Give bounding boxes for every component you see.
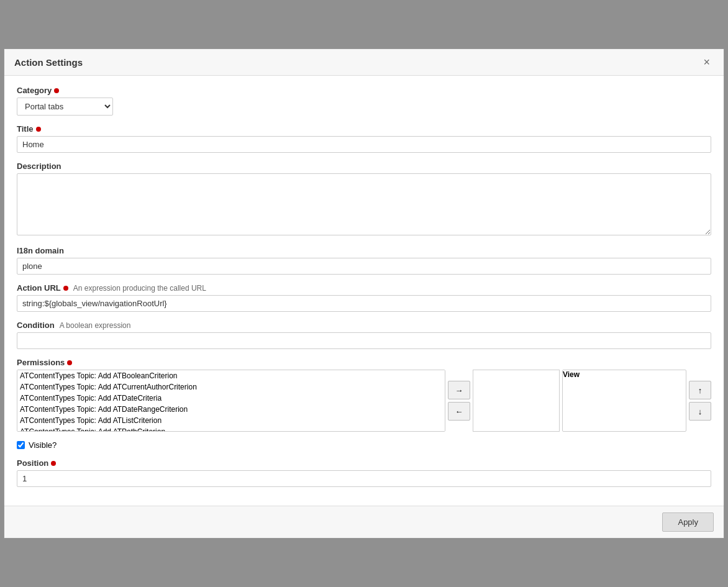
action-url-required-dot [63, 286, 68, 291]
i18n-group: I18n domain [17, 246, 711, 275]
title-label: Title [17, 124, 711, 134]
close-button[interactable]: × [699, 55, 714, 69]
dialog-header: Action Settings × [4, 49, 724, 76]
category-select[interactable]: Portal tabs [17, 98, 113, 116]
condition-hint: A boolean expression [60, 321, 131, 330]
dialog-body: Category Portal tabs Title Description [4, 76, 724, 506]
title-required-dot [36, 127, 41, 132]
i18n-input[interactable] [17, 258, 711, 275]
permissions-view-list[interactable]: View [562, 370, 686, 432]
apply-button[interactable]: Apply [662, 512, 714, 532]
visible-group: Visible? [17, 440, 711, 450]
permissions-reorder-arrows: ↑ ↓ [689, 370, 711, 432]
description-textarea[interactable] [17, 173, 711, 235]
condition-input[interactable] [17, 332, 711, 349]
action-url-hint: An expression producing the called URL [73, 284, 206, 293]
position-input[interactable] [17, 470, 711, 487]
action-settings-dialog: Action Settings × Category Portal tabs T… [4, 48, 724, 539]
condition-label: Condition A boolean expression [17, 321, 711, 330]
i18n-label: I18n domain [17, 246, 711, 255]
action-url-group: Action URL An expression producing the c… [17, 283, 711, 312]
position-label: Position [17, 458, 711, 468]
action-url-label: Action URL An expression producing the c… [17, 283, 711, 293]
position-group: Position [17, 458, 711, 487]
permissions-arrow-right-button[interactable]: → [448, 381, 470, 399]
permissions-middle-area [473, 370, 560, 432]
title-group: Title [17, 124, 711, 153]
permissions-view-container: View [562, 370, 686, 432]
permissions-row: ATContentTypes Topic: Add ATBooleanCrite… [17, 370, 711, 432]
category-group: Category Portal tabs [17, 86, 711, 116]
permissions-group: Permissions ATContentTypes Topic: Add AT… [17, 358, 711, 432]
permissions-label: Permissions [17, 358, 711, 367]
dialog-footer: Apply [4, 506, 724, 538]
category-label: Category [17, 86, 711, 95]
permissions-required-dot [67, 360, 72, 365]
category-required-dot [54, 88, 59, 93]
permissions-arrow-down-button[interactable]: ↓ [689, 402, 711, 421]
permissions-arrow-left-button[interactable]: ← [448, 402, 470, 421]
description-label: Description [17, 162, 711, 171]
position-required-dot [51, 461, 56, 466]
visible-row: Visible? [17, 440, 711, 450]
visible-checkbox[interactable] [17, 441, 25, 449]
permissions-arrow-up-button[interactable]: ↑ [689, 381, 711, 399]
permissions-available-list[interactable]: ATContentTypes Topic: Add ATBooleanCrite… [17, 370, 445, 432]
action-url-input[interactable] [17, 295, 711, 312]
dialog-title: Action Settings [14, 57, 83, 68]
visible-label: Visible? [29, 440, 57, 450]
condition-group: Condition A boolean expression [17, 321, 711, 349]
permissions-transfer-arrows: → ← [448, 370, 470, 432]
description-group: Description [17, 162, 711, 237]
title-input[interactable] [17, 136, 711, 153]
